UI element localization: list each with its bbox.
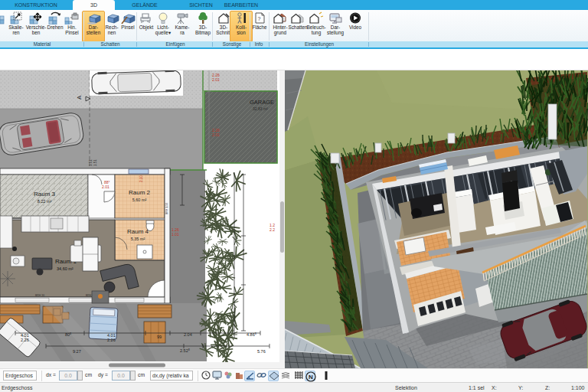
svg-text:2.52⁵: 2.52⁵ [180, 348, 190, 353]
svg-text:5,60 m²: 5,60 m² [132, 198, 147, 202]
svg-text:4.86⁵: 4.86⁵ [247, 332, 256, 337]
svg-text:A: A [76, 95, 83, 100]
svg-text:Raum 4: Raum 4 [127, 228, 149, 235]
svg-text:BRH 36: BRH 36 [35, 294, 44, 297]
svg-text:2.04: 2.04 [184, 332, 192, 337]
svg-text:2.10: 2.10 [139, 175, 143, 182]
svg-text:2.01: 2.01 [212, 77, 220, 82]
svg-text:1.51: 1.51 [93, 159, 97, 166]
svg-text:2.01: 2.01 [102, 185, 109, 189]
svg-text:32,83 m²: 32,83 m² [253, 106, 268, 111]
svg-text:9:27: 9:27 [73, 349, 81, 354]
svg-text:GARAGE: GARAGE [250, 99, 274, 106]
svg-text:2.26: 2.26 [21, 338, 29, 342]
svg-text:5.76: 5.76 [257, 349, 266, 354]
svg-text:BRH 1.50: BRH 1.50 [165, 203, 168, 214]
svg-text:N: N [309, 374, 313, 381]
svg-text:Raum 2: Raum 2 [129, 189, 151, 196]
svg-text:8,22 m²: 8,22 m² [38, 199, 52, 204]
svg-text:2.26: 2.26 [107, 338, 116, 342]
svg-text:2.2: 2.2 [270, 227, 275, 232]
svg-text:2.01: 2.01 [212, 132, 220, 137]
svg-text:80⁵: 80⁵ [65, 332, 71, 337]
svg-text:5,35 m²: 5,35 m² [131, 237, 145, 241]
svg-text:1.01: 1.01 [172, 232, 179, 237]
svg-text:?: ? [258, 16, 261, 21]
svg-text:Raum 3: Raum 3 [34, 191, 56, 198]
svg-text:34,60 m²: 34,60 m² [57, 266, 74, 271]
svg-text:1.01: 1.01 [89, 159, 93, 166]
svg-text:99: 99 [157, 335, 162, 339]
